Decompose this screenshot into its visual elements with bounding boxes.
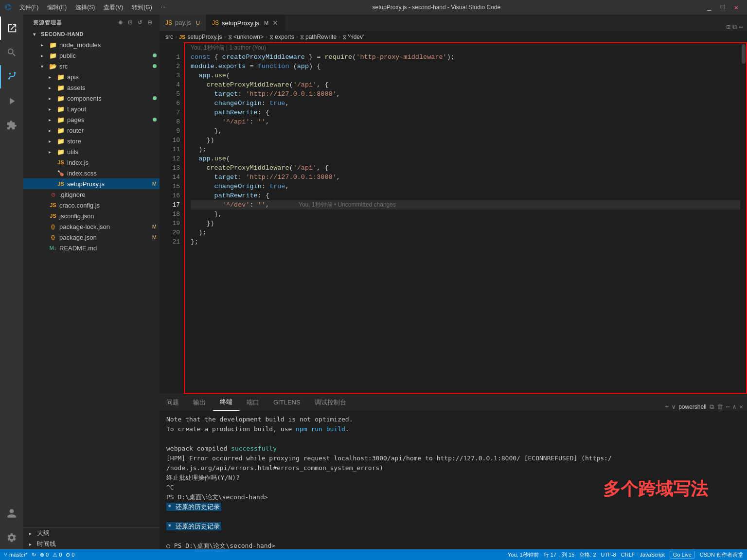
- bc-exports[interactable]: ⧖ exports: [269, 34, 294, 40]
- tab-pay-js[interactable]: JS pay.js U: [160, 15, 206, 31]
- code-line-3: app.use(: [191, 71, 740, 80]
- activity-search[interactable]: [0, 41, 23, 64]
- tree-item-package[interactable]: ▸ {} package.json M: [23, 232, 160, 243]
- scrollbar[interactable]: [740, 42, 747, 394]
- menu-goto[interactable]: 转到(G): [128, 2, 156, 13]
- tree-item-index-js[interactable]: ▸ JS index.js: [23, 157, 160, 168]
- term-line-3: [166, 435, 740, 443]
- panel-tab-debug[interactable]: 调试控制台: [308, 394, 354, 411]
- activity-settings[interactable]: [0, 526, 23, 549]
- tab-label: 调试控制台: [315, 398, 346, 407]
- refresh-icon[interactable]: ↺: [136, 18, 144, 27]
- tree-item-public[interactable]: ▸ 📁 public: [23, 50, 160, 61]
- activity-explorer[interactable]: [0, 17, 23, 40]
- split-panel-icon[interactable]: ⧉: [710, 403, 714, 411]
- more-icon[interactable]: ⋯: [726, 403, 730, 411]
- js-icon: JS: [165, 19, 172, 26]
- tab-label: setupProxy.js: [222, 19, 259, 27]
- tree-item-src[interactable]: ▾ 📂 src: [23, 61, 160, 71]
- tab-setupproxy-js[interactable]: JS setupProxy.js M ✕: [206, 15, 285, 31]
- maximize-button[interactable]: □: [717, 2, 729, 12]
- no-access-count[interactable]: ⊝ 0: [66, 552, 74, 558]
- terminal-content[interactable]: Note that the development build is not o…: [160, 411, 747, 549]
- spaces-info[interactable]: 空格: 2: [579, 551, 596, 559]
- tree-item-router[interactable]: ▸ 📁 router: [23, 125, 160, 136]
- split-icon[interactable]: ⧉: [732, 23, 737, 31]
- activity-source-control[interactable]: [0, 65, 23, 88]
- close-panel-icon[interactable]: ✕: [739, 403, 743, 411]
- panel-tab-output[interactable]: 输出: [186, 394, 213, 411]
- git-info[interactable]: You, 1秒钟前: [508, 551, 539, 559]
- activity-account[interactable]: [0, 502, 23, 525]
- tree-item-layout[interactable]: ▸ 📁 Layout: [23, 104, 160, 114]
- tab-bar-actions: ⊞ ⧉ ⋯: [722, 23, 747, 31]
- outline-section[interactable]: ▸ 大纲: [23, 528, 160, 539]
- panel-tab-gitlens[interactable]: GITLENS: [267, 394, 308, 411]
- collapse-icon[interactable]: ⊟: [146, 18, 154, 27]
- close-tab-button[interactable]: ✕: [271, 19, 279, 27]
- collapse-arrow: ▸: [49, 74, 56, 80]
- tree-item-pages[interactable]: ▸ 📁 pages: [23, 114, 160, 125]
- breadcrumb: src › JS setupProxy.js › ⧖ <unknown> › ⧖…: [160, 32, 747, 42]
- sync-button[interactable]: ↻: [32, 552, 36, 558]
- bc-file[interactable]: setupProxy.js: [187, 34, 222, 40]
- tree-item-index-scss[interactable]: ▸ 🍗 index.scss: [23, 168, 160, 178]
- collapse-arrow: ▸: [41, 42, 49, 48]
- go-live-button[interactable]: Go Live: [670, 551, 695, 559]
- warnings-count[interactable]: ⚠ 0: [53, 552, 62, 558]
- panel-tab-ports[interactable]: 端口: [240, 394, 267, 411]
- new-file-icon[interactable]: ⊕: [117, 18, 124, 27]
- git-file-icon: ⊙: [49, 190, 57, 199]
- bc-pathrewrite[interactable]: ⧖ pathRewrite: [300, 34, 337, 40]
- remote-info[interactable]: CSDN 创作者茶堂: [700, 551, 743, 559]
- tree-item-utils[interactable]: ▸ 📁 utils: [23, 146, 160, 157]
- chevron-down-icon[interactable]: ∨: [672, 403, 676, 411]
- activity-extensions[interactable]: [0, 114, 23, 137]
- tree-root[interactable]: ▾ SECOND-HAND: [23, 29, 160, 39]
- item-label: package-lock.json: [59, 223, 152, 230]
- activity-run[interactable]: [0, 89, 23, 113]
- tree-item-assets[interactable]: ▸ 📁 assets: [23, 82, 160, 93]
- tree-item-jsconfig[interactable]: ▸ JS jsconfig.json: [23, 210, 160, 221]
- bc-unknown[interactable]: ⧖ <unknown>: [228, 34, 264, 40]
- close-button[interactable]: ✕: [730, 2, 742, 12]
- tree-item-store[interactable]: ▸ 📁 store: [23, 136, 160, 146]
- folder-icon: 📁: [56, 147, 65, 156]
- plus-icon[interactable]: +: [665, 403, 669, 411]
- git-branch[interactable]: ⑂ master*: [4, 552, 28, 558]
- panel-tab-problems[interactable]: 问题: [160, 394, 186, 411]
- minimize-button[interactable]: ⎯: [703, 2, 715, 12]
- tree-item-craco[interactable]: ▸ JS craco.config.js: [23, 200, 160, 210]
- layout-icon[interactable]: ⊞: [726, 23, 730, 31]
- tree-item-setupproxy[interactable]: ▸ JS setupProxy.js M: [23, 178, 160, 189]
- timeline-section[interactable]: ▸ 时间线: [23, 539, 160, 549]
- encoding-info[interactable]: UTF-8: [601, 552, 616, 558]
- menu-file[interactable]: 文件(F): [16, 2, 42, 13]
- language-info[interactable]: JavaScript: [640, 552, 664, 558]
- cursor-position[interactable]: 行 17，列 15: [544, 551, 575, 559]
- tree-item-apis[interactable]: ▸ 📁 apis: [23, 71, 160, 82]
- line-ending-info[interactable]: CRLF: [621, 552, 635, 558]
- code-content[interactable]: You, 1秒钟前 | 1 author (You) const { creat…: [184, 42, 740, 394]
- errors-count[interactable]: ⊗ 0: [40, 552, 49, 558]
- maximize-panel-icon[interactable]: ∧: [732, 403, 736, 411]
- menu-view[interactable]: 查看(V): [100, 2, 127, 13]
- bc-devpath[interactable]: ⧖ '^/dev': [342, 34, 364, 40]
- tree-item-package-lock[interactable]: ▸ {} package-lock.json M: [23, 221, 160, 232]
- tree-item-components[interactable]: ▸ 📁 components: [23, 93, 160, 104]
- modified-indicator: M: [264, 20, 268, 26]
- tree-item-readme[interactable]: ▸ M↓ README.md: [23, 243, 160, 253]
- tree-item-gitignore[interactable]: ▸ ⊙ .gitignore: [23, 189, 160, 200]
- tree-item-node_modules[interactable]: ▸ 📁 node_modules: [23, 39, 160, 50]
- more-icon[interactable]: ⋯: [739, 23, 743, 31]
- panel-tab-terminal[interactable]: 终端: [213, 394, 240, 411]
- menu-select[interactable]: 选择(S): [71, 2, 99, 13]
- menu-more[interactable]: ···: [157, 2, 170, 13]
- bc-src[interactable]: src: [165, 34, 173, 40]
- trash-icon[interactable]: 🗑: [717, 403, 723, 411]
- code-line-2: module.exports = function (app) {: [191, 62, 740, 71]
- menu-edit[interactable]: 编辑(E): [43, 2, 71, 13]
- new-folder-icon[interactable]: ⊡: [126, 18, 134, 27]
- item-label: Layout: [67, 105, 160, 113]
- status-bar: ⑂ master* ↻ ⊗ 0 ⚠ 0 ⊝ 0 You, 1秒钟前 行 17，列…: [0, 549, 747, 560]
